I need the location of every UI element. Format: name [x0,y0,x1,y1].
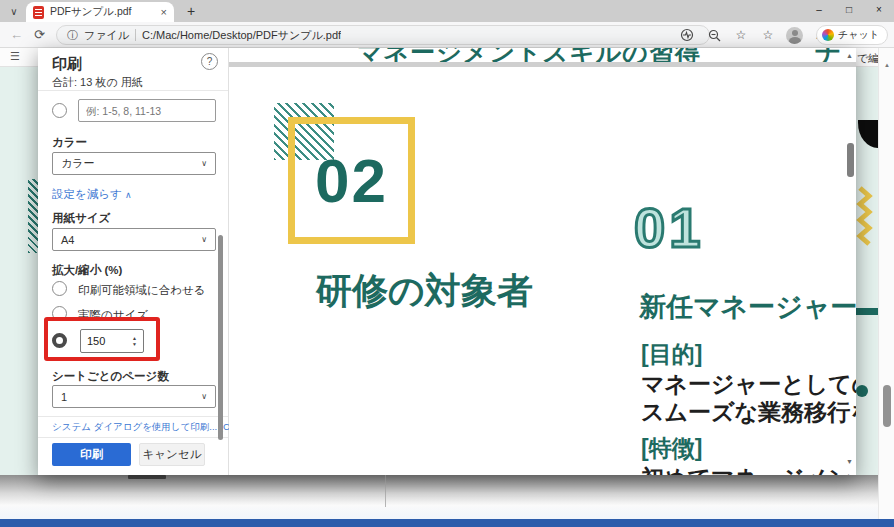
copilot-chat-button[interactable]: チャット [816,25,888,45]
refresh-icon[interactable]: ⟳ [34,27,45,42]
paper-size-label: 用紙サイズ [52,211,110,226]
minimize-button[interactable]: – [804,0,834,20]
purpose-line-1: マネージャーとしての [641,369,856,400]
zoom-icon[interactable] [705,26,723,44]
scale-custom-value: 150 [87,335,132,347]
divider [38,90,228,91]
page-gap-line [385,475,386,507]
collections-icon[interactable]: ☆ [759,26,777,44]
scale-fit-label: 印刷可能領域に合わせる [78,283,206,298]
color-select[interactable]: カラー ∨ [52,152,216,175]
close-button[interactable]: × [864,0,894,20]
cancel-button[interactable]: キャンセル [139,443,205,466]
address-scheme-label: ファイル [84,28,129,43]
chevron-down-icon: ∨ [201,392,207,401]
scale-fit-radio[interactable] [52,281,67,296]
tab-title: PDFサンプル.pdf [50,5,155,19]
purpose-heading: [目的] [641,339,702,370]
print-settings-panel: 印刷 ? 合計: 13 枚の 用紙 カラー カラー ∨ 設定を減らす ∧ 用紙サ… [38,48,228,475]
teal-bar-decoration [856,308,878,315]
back-icon[interactable]: ← [10,27,23,42]
window-controls: – □ × [804,0,894,20]
chevron-down-icon: ∨ [201,159,207,168]
pdf-file-icon [33,6,44,19]
chevron-down-icon: ∨ [201,235,207,244]
pdf-toc-icon[interactable]: ☰ [10,50,20,63]
section-title: 研修の対象者 [316,267,533,316]
scale-actual-label: 実際のサイズ [78,308,148,323]
page-range-radio[interactable] [52,103,67,118]
features-line-1: 初めてマネージメン [641,463,852,475]
quarter-circle-decoration [858,120,878,148]
color-value: カラー [61,156,201,171]
tab-strip: ∨ PDFサンプル.pdf × + – □ × [0,0,894,22]
fewer-settings-link[interactable]: 設定を減らす ∧ [52,187,132,202]
tab-search-icon[interactable]: ∨ [6,4,22,20]
page1-heading-fragment: ナ [815,48,842,62]
help-icon[interactable]: ? [201,53,218,70]
favorites-star-icon[interactable]: ☆ [732,26,750,44]
spinner-up-icon[interactable]: ▲ [132,336,137,341]
pages-per-sheet-select[interactable]: 1 ∨ [52,385,216,408]
pdf-page-left-strip [0,67,38,475]
scale-spinner[interactable]: ▲ ▼ [132,336,137,347]
address-separator [135,29,136,41]
browser-window: ∨ PDFサンプル.pdf × + – □ × ← ⟳ ⓘ ファイル C:/Ma… [0,0,894,527]
toolbar-icons: ☆ ☆ … [678,25,830,45]
browser-essentials-icon[interactable] [678,26,696,44]
item-number: 01 [634,195,704,260]
tab-pdf-sample[interactable]: PDFサンプル.pdf × [26,2,174,22]
scale-custom-radio[interactable] [52,333,67,348]
new-tab-button[interactable]: + [182,2,200,20]
scale-label: 拡大/縮小 (%) [52,263,122,278]
maximize-button[interactable]: □ [834,0,864,20]
preview-scroll-thumb[interactable] [847,143,854,177]
pages-per-sheet-value: 1 [61,391,201,403]
preview-page-2: 02 研修の対象者 01 新任マネージャー [目的] マネージャーとしての スム… [229,67,856,475]
pages-per-sheet-label: シートごとのページ数 [52,369,169,384]
tab-close-icon[interactable]: × [161,6,167,18]
preview-scroll-up-icon[interactable]: ▲ [846,52,853,59]
scale-custom-input[interactable]: 150 ▲ ▼ [80,329,144,353]
section-number-frame: 02 [288,117,415,244]
taskbar-edge [0,519,894,527]
page-range-input[interactable] [78,99,216,122]
sheets-summary: 合計: 13 枚の 用紙 [52,75,143,90]
color-label: カラー [52,135,87,150]
print-dialog-title: 印刷 [52,55,82,74]
paper-size-select[interactable]: A4 ∨ [52,228,216,251]
chevron-up-icon: ∧ [125,190,132,200]
obscured-text-fragment [128,475,166,479]
address-bar[interactable]: ⓘ ファイル C:/Mac/Home/Desktop/PDFサンプル.pdf [56,25,710,45]
divider [38,437,228,438]
browser-scrollbar[interactable]: ▲ [878,48,894,519]
divider [38,416,228,417]
profile-avatar[interactable] [786,27,803,44]
item-title: 新任マネージャー [639,289,856,325]
address-url: C:/Mac/Home/Desktop/PDFサンプル.pdf [142,28,341,43]
pdf-page-right-strip [856,67,878,475]
zigzag-decoration [856,186,876,248]
paper-size-value: A4 [61,234,201,246]
hatch-decoration [28,179,38,253]
preview-scroll-down-icon[interactable]: ▼ [846,458,853,465]
page1-heading: マネージメントスキルの習得 [229,48,829,62]
settings-scroll-thumb[interactable] [218,235,223,440]
teal-dot-decoration [856,385,868,397]
copilot-icon [822,29,834,41]
features-heading: [特徴] [641,433,702,464]
print-dialog: 印刷 ? 合計: 13 枚の 用紙 カラー カラー ∨ 設定を減らす ∧ 用紙サ… [38,48,856,475]
page-info-icon[interactable]: ⓘ [67,28,78,43]
print-button[interactable]: 印刷 [52,443,131,466]
scale-actual-radio[interactable] [52,306,67,321]
spinner-down-icon[interactable]: ▼ [132,342,137,347]
preview-page-1: マネージメントスキルの習得 ナ [229,48,856,62]
browser-scroll-thumb[interactable] [883,385,891,427]
section-number: 02 [315,145,388,216]
print-preview-pane: マネージメントスキルの習得 ナ 02 研修の対象者 01 新任マネージャー [目… [229,48,856,475]
purpose-line-2: スムーズな業務移行を [641,397,856,428]
scroll-up-icon[interactable]: ▲ [879,62,894,68]
copilot-label: チャット [838,28,879,42]
